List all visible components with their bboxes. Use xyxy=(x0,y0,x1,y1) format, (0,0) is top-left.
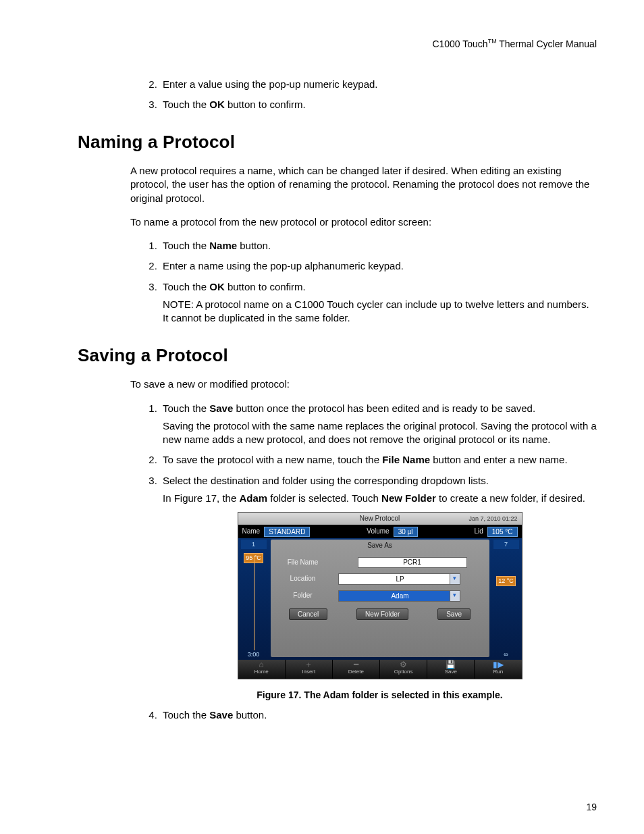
save-button-bbar[interactable]: 💾Save xyxy=(427,660,475,679)
location-dropdown[interactable]: LP▾ xyxy=(338,573,460,585)
window-title: New Protocol xyxy=(360,515,400,522)
timestamp: Jan 7, 2010 01:22 xyxy=(468,513,517,525)
list-item: Enter a name using the pop-up alphanumer… xyxy=(160,259,597,273)
save-as-dialog: Save As File Name Location LP▾ xyxy=(271,540,489,657)
plus-icon: ＋ xyxy=(286,661,332,669)
figure-caption: Figure 17. The Adam folder is selected i… xyxy=(163,689,597,702)
paragraph: To name a protocol from the new protocol… xyxy=(130,215,597,229)
device-screenshot: New Protocol Jan 7, 2010 01:22 Name STAN… xyxy=(238,512,522,679)
step-column-7: 7 12 °C ∞ xyxy=(493,538,519,660)
chevron-down-icon: ▾ xyxy=(450,591,460,601)
location-label: Location xyxy=(271,571,336,588)
list-item: Select the destination and folder using … xyxy=(160,474,597,702)
list-item: Touch the OK button to confirm. NOTE: A … xyxy=(160,280,597,325)
bottom-toolbar: ⌂Home ＋Insert ━Delete ⚙Options 💾Save ▮▶R… xyxy=(238,660,522,679)
top-numbered-list: Enter a value using the pop-up numeric k… xyxy=(130,78,597,112)
sub-paragraph: In Figure 17, the Adam folder is selecte… xyxy=(163,492,597,505)
list-item: Touch the Name button. xyxy=(160,239,597,253)
heading-saving-protocol: Saving a Protocol xyxy=(78,344,597,367)
folder-label: Folder xyxy=(271,588,336,604)
paragraph: To save a new or modified protocol: xyxy=(130,377,597,391)
heading-naming-protocol: Naming a Protocol xyxy=(78,130,597,154)
window-title-bar: New Protocol Jan 7, 2010 01:22 xyxy=(238,513,522,525)
list-item: Enter a value using the pop-up numeric k… xyxy=(160,78,597,91)
volume-label: Volume xyxy=(367,527,389,536)
minus-icon: ━ xyxy=(333,661,379,669)
new-folder-button[interactable]: New Folder xyxy=(356,608,408,620)
page-number: 19 xyxy=(586,801,597,814)
save-button[interactable]: Save xyxy=(437,608,471,620)
play-icon: ▮▶ xyxy=(475,661,521,669)
insert-button[interactable]: ＋Insert xyxy=(286,660,333,679)
chevron-down-icon: ▾ xyxy=(450,574,460,584)
save-icon: 💾 xyxy=(427,661,474,669)
gear-icon: ⚙ xyxy=(380,661,427,669)
protocol-params-row: Name STANDARD Volume 30 µl Lid 105 °C xyxy=(238,525,522,538)
paragraph: A new protocol requires a name, which ca… xyxy=(130,164,597,205)
lid-button[interactable]: 105 °C xyxy=(487,527,518,537)
file-name-input[interactable] xyxy=(358,557,467,568)
list-item: Touch the Save button once the protocol … xyxy=(160,402,597,447)
running-head: C1000 TouchTM Thermal Cycler Manual xyxy=(78,37,597,51)
folder-dropdown[interactable]: Adam▾ xyxy=(338,590,460,602)
sub-paragraph: Saving the protocol with the same name r… xyxy=(163,419,597,447)
run-button[interactable]: ▮▶Run xyxy=(475,660,521,679)
cancel-button[interactable]: Cancel xyxy=(289,608,327,620)
volume-button[interactable]: 30 µl xyxy=(394,527,418,537)
home-icon: ⌂ xyxy=(238,661,285,669)
note: NOTE: A protocol name on a C1000 Touch c… xyxy=(163,298,597,325)
file-name-label: File Name xyxy=(271,554,336,571)
list-item: To save the protocol with a new name, to… xyxy=(160,453,597,467)
lid-label: Lid xyxy=(474,527,483,536)
delete-button[interactable]: ━Delete xyxy=(333,660,380,679)
list-item: Touch the OK button to confirm. xyxy=(160,98,597,111)
temp-box[interactable]: 12 °C xyxy=(496,576,516,585)
list-item: Touch the Save button. xyxy=(160,708,597,722)
name-label: Name xyxy=(242,527,261,536)
step-column-1: 1 95 °C 3:00 xyxy=(241,538,267,660)
name-button[interactable]: STANDARD xyxy=(264,527,310,537)
saving-steps-list: Touch the Save button once the protocol … xyxy=(130,402,597,723)
home-button[interactable]: ⌂Home xyxy=(238,660,286,679)
dialog-title: Save As xyxy=(271,540,489,552)
options-button[interactable]: ⚙Options xyxy=(380,660,427,679)
naming-steps-list: Touch the Name button. Enter a name usin… xyxy=(130,239,597,325)
